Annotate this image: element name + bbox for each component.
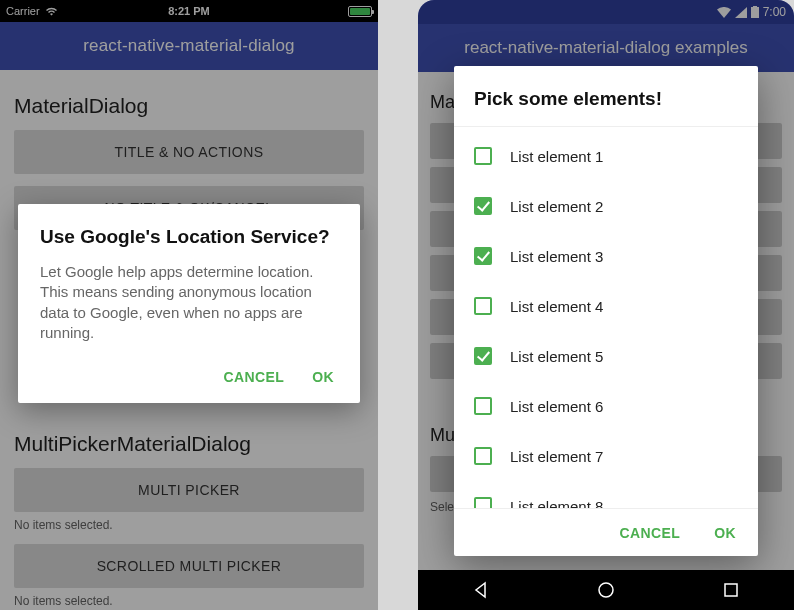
checkbox[interactable] bbox=[474, 147, 492, 165]
ios-dialog-actions: CANCEL OK bbox=[40, 363, 338, 391]
list-item-label: List element 4 bbox=[510, 298, 603, 315]
list-item-label: List element 1 bbox=[510, 148, 603, 165]
android-screen: 7:00 react-native-material-dialog exampl… bbox=[418, 0, 794, 610]
recents-icon[interactable] bbox=[722, 581, 740, 599]
cancel-button[interactable]: CANCEL bbox=[223, 369, 284, 385]
checkbox[interactable] bbox=[474, 197, 492, 215]
checkbox[interactable] bbox=[474, 397, 492, 415]
list-item[interactable]: List element 2 bbox=[454, 181, 758, 231]
list-item-label: List element 5 bbox=[510, 348, 603, 365]
cancel-button[interactable]: CANCEL bbox=[619, 525, 680, 541]
ios-dialog-body: Let Google help apps determine location.… bbox=[40, 262, 338, 343]
android-app-title: react-native-material-dialog examples bbox=[464, 38, 747, 58]
android-clock: 7:00 bbox=[763, 5, 786, 19]
android-dialog: Pick some elements! List element 1List e… bbox=[454, 66, 758, 556]
svg-point-0 bbox=[599, 583, 613, 597]
battery-icon bbox=[751, 6, 759, 18]
list-item[interactable]: List element 1 bbox=[454, 131, 758, 181]
list-item[interactable]: List element 3 bbox=[454, 231, 758, 281]
ios-carrier-label: Carrier bbox=[6, 5, 40, 17]
back-icon[interactable] bbox=[472, 581, 490, 599]
button-title-no-actions[interactable]: TITLE & NO ACTIONS bbox=[14, 130, 364, 174]
svg-rect-1 bbox=[725, 584, 737, 596]
checkbox[interactable] bbox=[474, 247, 492, 265]
list-item[interactable]: List element 5 bbox=[454, 331, 758, 381]
ios-app-bar: react-native-material-dialog bbox=[0, 22, 378, 70]
section-title-multipicker: MultiPickerMaterialDialog bbox=[14, 432, 364, 456]
list-item-label: List element 6 bbox=[510, 398, 603, 415]
ios-clock: 8:21 PM bbox=[168, 5, 210, 17]
android-dialog-list[interactable]: List element 1List element 2List element… bbox=[454, 127, 758, 508]
signal-icon bbox=[735, 7, 747, 18]
android-app-bar: react-native-material-dialog examples bbox=[418, 24, 794, 72]
ios-screen: Carrier 8:21 PM react-native-material-di… bbox=[0, 0, 378, 610]
list-item-label: List element 8 bbox=[510, 498, 603, 509]
list-item[interactable]: List element 7 bbox=[454, 431, 758, 481]
list-item-label: List element 2 bbox=[510, 198, 603, 215]
ios-dialog-title: Use Google's Location Service? bbox=[40, 226, 338, 248]
android-nav-bar bbox=[418, 570, 794, 610]
list-item-label: List element 7 bbox=[510, 448, 603, 465]
wifi-icon bbox=[45, 6, 58, 16]
checkbox[interactable] bbox=[474, 497, 492, 508]
section-title-material-dialog: MaterialDialog bbox=[14, 94, 364, 118]
hint-no-items-2: No items selected. bbox=[14, 594, 364, 608]
button-multi-picker[interactable]: MULTI PICKER bbox=[14, 468, 364, 512]
button-scrolled-multi-picker[interactable]: SCROLLED MULTI PICKER bbox=[14, 544, 364, 588]
ios-status-bar: Carrier 8:21 PM bbox=[0, 0, 378, 22]
home-icon[interactable] bbox=[597, 581, 615, 599]
battery-icon bbox=[348, 6, 372, 17]
android-dialog-actions: CANCEL OK bbox=[454, 508, 758, 556]
list-item[interactable]: List element 4 bbox=[454, 281, 758, 331]
android-dialog-title: Pick some elements! bbox=[454, 66, 758, 127]
list-item[interactable]: List element 8 bbox=[454, 481, 758, 508]
wifi-icon bbox=[717, 7, 731, 18]
ios-app-title: react-native-material-dialog bbox=[83, 36, 295, 56]
checkbox[interactable] bbox=[474, 447, 492, 465]
checkbox[interactable] bbox=[474, 347, 492, 365]
list-item-label: List element 3 bbox=[510, 248, 603, 265]
checkbox[interactable] bbox=[474, 297, 492, 315]
android-status-bar: 7:00 bbox=[418, 0, 794, 24]
ok-button[interactable]: OK bbox=[714, 525, 736, 541]
ok-button[interactable]: OK bbox=[312, 369, 334, 385]
list-item[interactable]: List element 6 bbox=[454, 381, 758, 431]
hint-no-items-1: No items selected. bbox=[14, 518, 364, 532]
ios-dialog: Use Google's Location Service? Let Googl… bbox=[18, 204, 360, 403]
